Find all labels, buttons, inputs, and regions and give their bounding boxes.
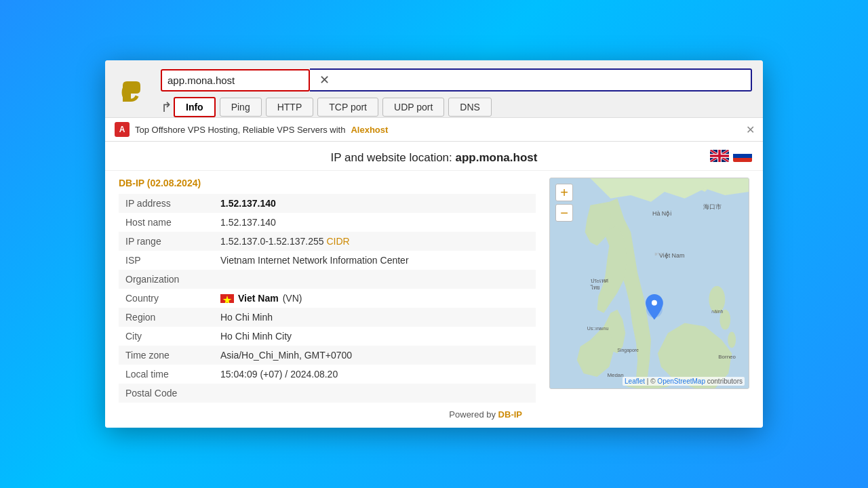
country-code: (VN) xyxy=(283,293,302,304)
ad-text: Top Offshore VPS Hosting, Reliable VPS S… xyxy=(135,125,345,135)
table-row: City Ho Chi Minh City xyxy=(119,327,536,346)
svg-rect-4 xyxy=(733,158,752,162)
db-ip-link[interactable]: DB-IP xyxy=(498,409,522,420)
powered-by: Powered by DB-IP xyxy=(119,403,536,428)
country-cell: Viet Nam (VN) xyxy=(220,293,529,304)
map-section: Hà Nội 海口市 Việt Nam ประเทศ ไทย Us::ınaın… xyxy=(549,178,749,428)
ad-icon: A xyxy=(115,122,130,137)
svg-rect-2 xyxy=(733,150,752,154)
row-value: Ho Chi Minh City xyxy=(214,327,536,346)
row-label: City xyxy=(119,327,214,346)
table-row: Local time 15:04:09 (+07) / 2024.08.20 xyxy=(119,365,536,384)
map-zoom-out-button[interactable]: − xyxy=(555,204,573,222)
svg-point-24 xyxy=(652,300,657,306)
map-container[interactable]: Hà Nội 海口市 Việt Nam ประเทศ ไทย Us::ınaın… xyxy=(549,178,749,389)
db-ip-title: DB-IP (02.08.2024) xyxy=(119,178,536,188)
main-window: C ✕ ↱ Info Ping HTTP TCP port UDP port D… xyxy=(105,60,763,428)
table-row: Host name 1.52.137.140 xyxy=(119,213,536,232)
table-row: IP address 1.52.137.140 xyxy=(119,194,536,213)
tabs-row: ↱ Info Ping HTTP TCP port UDP port DNS xyxy=(161,96,752,117)
osm-link[interactable]: OpenStreetMap xyxy=(657,378,705,385)
row-value: Vietnam Internet Network Information Cen… xyxy=(214,251,536,270)
row-label: Local time xyxy=(119,365,214,384)
row-value: 1.52.137.140 xyxy=(214,194,536,213)
arrow-indicator: ↱ xyxy=(161,99,172,115)
row-label: Region xyxy=(119,308,214,327)
lang-flags xyxy=(710,150,752,162)
table-row: Region Ho Chi Minh xyxy=(119,308,536,327)
map-zoom-in-button[interactable]: + xyxy=(555,184,573,201)
row-label: Host name xyxy=(119,213,214,232)
svg-text:Việt Nam: Việt Nam xyxy=(659,252,685,259)
row-value xyxy=(214,270,536,289)
search-input[interactable] xyxy=(162,70,271,90)
svg-text:C: C xyxy=(121,79,139,107)
row-label: IP address xyxy=(119,194,214,213)
toolbar: C ✕ ↱ Info Ping HTTP TCP port UDP port D… xyxy=(105,60,763,117)
search-row: ✕ xyxy=(161,68,752,92)
row-label: Organization xyxy=(119,270,214,289)
svg-text:Hà Nội: Hà Nội xyxy=(652,210,671,217)
svg-text:海口市: 海口市 xyxy=(703,203,722,210)
row-value: Ho Chi Minh xyxy=(214,308,536,327)
search-main-bar: ✕ xyxy=(310,68,752,92)
tab-ping[interactable]: Ping xyxy=(220,98,262,117)
flag-uk[interactable] xyxy=(710,150,729,162)
ad-close-button[interactable]: ✕ xyxy=(746,123,755,136)
row-value: Asia/Ho_Chi_Minh, GMT+0700 xyxy=(214,346,536,365)
tab-tcp[interactable]: TCP port xyxy=(317,98,378,117)
svg-text:Borneo: Borneo xyxy=(718,354,736,360)
app-logo: C xyxy=(116,75,153,111)
svg-text:Singapore: Singapore xyxy=(617,348,639,353)
cidr-link[interactable]: CIDR xyxy=(326,236,349,247)
svg-text:ไทย: ไทย xyxy=(590,285,600,291)
svg-text:กâinh: กâinh xyxy=(711,309,723,314)
tab-udp[interactable]: UDP port xyxy=(382,98,444,117)
header-label: IP and website location: xyxy=(331,151,456,164)
content-area: IP and website location: app.mona.host xyxy=(105,142,763,428)
row-label: Postal Code xyxy=(119,384,214,403)
row-label: Country xyxy=(119,289,214,308)
row-value: 1.52.137.140 xyxy=(214,213,536,232)
row-value: 1.52.137.0-1.52.137.255 CIDR xyxy=(214,232,536,251)
table-wrap: DB-IP (02.08.2024) IP address 1.52.137.1… xyxy=(119,178,536,428)
tab-info[interactable]: Info xyxy=(174,97,216,117)
row-label: Time zone xyxy=(119,346,214,365)
table-row: Country Viet Nam xyxy=(119,289,536,308)
table-row: Postal Code xyxy=(119,384,536,403)
row-value: Viet Nam (VN) xyxy=(214,289,536,308)
ip-info-table: IP address 1.52.137.140 Host name 1.52.1… xyxy=(119,194,536,403)
svg-rect-3 xyxy=(733,154,752,158)
ad-link[interactable]: Alexhost xyxy=(351,125,388,135)
tab-http[interactable]: HTTP xyxy=(266,98,314,117)
vn-flag xyxy=(220,294,234,303)
table-row: Organization xyxy=(119,270,536,289)
ad-bar: A Top Offshore VPS Hosting, Reliable VPS… xyxy=(105,117,763,142)
db-ip-section: DB-IP (02.08.2024) IP address 1.52.137.1… xyxy=(105,171,763,428)
table-row: Time zone Asia/Ho_Chi_Minh, GMT+0700 xyxy=(119,346,536,365)
clear-button[interactable]: ✕ xyxy=(314,70,335,90)
table-row: ISP Vietnam Internet Network Information… xyxy=(119,251,536,270)
svg-text:Medan: Medan xyxy=(607,372,623,378)
search-input-container[interactable] xyxy=(161,69,310,92)
svg-text:ลาว: ลาว xyxy=(654,251,663,256)
map-attribution: Leaflet | © OpenStreetMap contributors xyxy=(623,377,745,386)
row-label: IP range xyxy=(119,232,214,251)
table-row: IP range 1.52.137.0-1.52.137.255 CIDR xyxy=(119,232,536,251)
map-svg: Hà Nội 海口市 Việt Nam ประเทศ ไทย Us::ınaın… xyxy=(550,178,749,388)
svg-text:ประเทศ: ประเทศ xyxy=(591,278,608,284)
header-hostname: app.mona.host xyxy=(456,151,538,164)
row-label: ISP xyxy=(119,251,214,270)
flag-ru[interactable] xyxy=(733,150,752,162)
svg-point-10 xyxy=(728,332,736,348)
search-area: ✕ ↱ Info Ping HTTP TCP port UDP port DNS xyxy=(161,68,752,117)
content-header: IP and website location: app.mona.host xyxy=(105,142,763,171)
row-value xyxy=(214,384,536,403)
row-value: 15:04:09 (+07) / 2024.08.20 xyxy=(214,365,536,384)
svg-text:Us::ınaınu: Us::ınaınu xyxy=(587,326,609,331)
leaflet-link[interactable]: Leaflet xyxy=(625,378,645,385)
tab-dns[interactable]: DNS xyxy=(448,98,492,117)
